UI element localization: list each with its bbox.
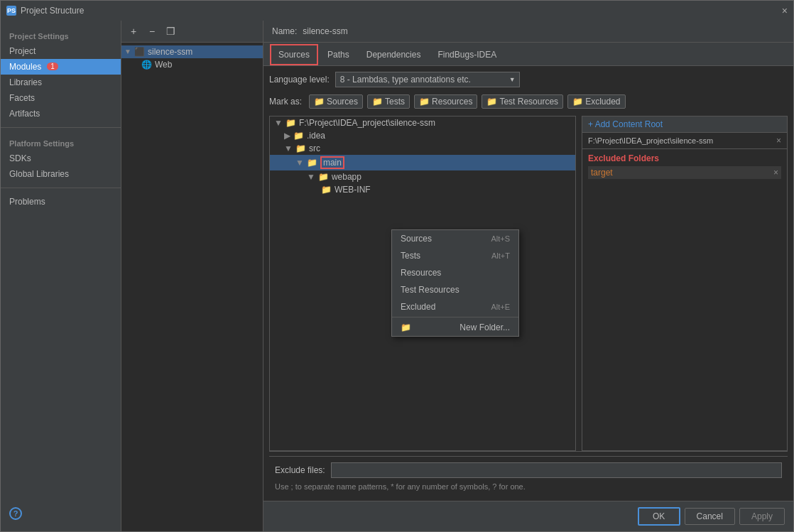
sidebar-item-label: Modules xyxy=(9,62,41,72)
tree-expand-src: ▼ xyxy=(284,143,293,153)
mark-resources-label: Resources xyxy=(432,97,472,107)
resources-folder-icon: 📁 xyxy=(419,97,430,107)
remove-module-button[interactable]: − xyxy=(144,23,160,39)
apply-button[interactable]: Apply xyxy=(739,508,785,525)
path-row: F:\Project\IDEA_project\silence-ssm × xyxy=(582,133,787,149)
right-panel-header: + Add Content Root xyxy=(582,116,787,133)
tab-sources[interactable]: Sources xyxy=(270,44,318,65)
sidebar-item-problems[interactable]: Problems xyxy=(1,194,121,210)
dialog-body: Project Settings Project Modules 1 Libra… xyxy=(1,21,793,531)
webapp-folder-icon: 📁 xyxy=(318,172,329,182)
context-resources-label: Resources xyxy=(401,268,441,278)
add-module-button[interactable]: + xyxy=(126,23,141,39)
tree-expand-main: ▼ xyxy=(295,158,304,168)
language-level-select[interactable]: 8 - Lambdas, type annotations etc. 7 - D… xyxy=(335,72,520,87)
sidebar-item-label: Artifacts xyxy=(9,109,40,119)
module-tree-silence-ssm[interactable]: ▼ ⬛ silence-ssm xyxy=(121,45,263,58)
modules-badge: 1 xyxy=(47,63,58,70)
name-label: Name: xyxy=(272,26,297,36)
mark-test-resources-button[interactable]: 📁 Test Resources xyxy=(482,94,563,109)
sidebar-item-modules[interactable]: Modules 1 xyxy=(1,59,121,75)
sidebar-item-project[interactable]: Project xyxy=(1,43,121,59)
context-test-resources-label: Test Resources xyxy=(401,285,459,295)
module-panel: + − ❒ ▼ ⬛ silence-ssm 🌐 Web xyxy=(121,21,263,531)
exclude-files-hint: Use ; to separate name patterns, * for a… xyxy=(269,481,788,495)
dialog: PS Project Structure × Project Settings … xyxy=(0,0,794,532)
context-new-folder-label: New Folder... xyxy=(459,322,510,332)
module-web-label: Web xyxy=(155,60,172,70)
tab-content: Language level: 8 - Lambdas, type annota… xyxy=(263,66,793,501)
tree-expand-root: ▼ xyxy=(274,118,283,128)
mark-sources-button[interactable]: 📁 Sources xyxy=(309,94,363,109)
close-root-button[interactable]: × xyxy=(776,136,781,146)
sidebar-item-label: Project xyxy=(9,46,36,56)
language-level-label: Language level: xyxy=(269,75,330,85)
exclude-files-input[interactable] xyxy=(331,462,782,478)
context-menu-tests[interactable]: Tests Alt+T xyxy=(392,247,518,264)
root-path: F:\Project\IDEA_project\silence-ssm xyxy=(299,118,435,128)
excluded-section: Excluded Folders target × xyxy=(582,149,787,183)
sidebar-item-global-libraries[interactable]: Global Libraries xyxy=(1,166,121,182)
sources-folder-icon: 📁 xyxy=(314,97,325,107)
file-tree-idea[interactable]: ▶ 📁 .idea xyxy=(270,129,575,142)
copy-module-button[interactable]: ❒ xyxy=(163,23,178,39)
tree-expand-idea: ▶ xyxy=(284,131,290,141)
webinf-folder-icon: 📁 xyxy=(321,185,332,195)
cancel-button[interactable]: Cancel xyxy=(685,508,735,525)
sidebar-item-artifacts[interactable]: Artifacts xyxy=(1,106,121,121)
root-path-text: F:\Project\IDEA_project\silence-ssm xyxy=(588,136,713,145)
ok-button[interactable]: OK xyxy=(638,507,680,526)
mark-as-label: Mark as: xyxy=(269,97,302,107)
src-label: src xyxy=(309,143,320,153)
sidebar-item-label: Facets xyxy=(9,93,35,103)
exclude-files-section: Exclude files: Use ; to separate name pa… xyxy=(269,451,788,495)
tab-findbugs[interactable]: FindBugs-IDEA xyxy=(430,45,504,65)
sidebar-item-label: SDKs xyxy=(9,153,31,163)
module-toolbar: + − ❒ xyxy=(121,21,263,43)
file-tree-root[interactable]: ▼ 📁 F:\Project\IDEA_project\silence-ssm xyxy=(270,116,575,129)
close-icon[interactable]: × xyxy=(782,5,788,16)
context-menu-excluded[interactable]: Excluded Alt+E xyxy=(392,298,518,315)
context-menu-sources[interactable]: Sources Alt+S xyxy=(392,230,518,247)
mark-resources-button[interactable]: 📁 Resources xyxy=(414,94,477,109)
context-excluded-label: Excluded xyxy=(401,302,435,312)
file-tree-main[interactable]: ▼ 📁 main xyxy=(270,155,575,170)
main-label: main xyxy=(320,156,344,169)
main-folder-icon: 📁 xyxy=(307,158,317,168)
language-level-row: Language level: 8 - Lambdas, type annota… xyxy=(269,72,788,87)
mark-excluded-label: Excluded xyxy=(585,97,620,107)
context-tests-shortcut: Alt+T xyxy=(491,251,510,260)
idea-folder-icon: 📁 xyxy=(293,131,304,141)
mark-tests-button[interactable]: 📁 Tests xyxy=(367,94,410,109)
sidebar-item-sdks[interactable]: SDKs xyxy=(1,151,121,166)
app-icon: PS xyxy=(6,6,16,16)
context-menu-new-folder[interactable]: 📁 New Folder... xyxy=(392,319,518,336)
sidebar-item-libraries[interactable]: Libraries xyxy=(1,75,121,90)
tab-dependencies[interactable]: Dependencies xyxy=(359,45,429,65)
title-bar: PS Project Structure × xyxy=(1,1,793,21)
mark-tests-label: Tests xyxy=(385,97,405,107)
file-tree-src[interactable]: ▼ 📁 src xyxy=(270,142,575,155)
project-settings-label: Project Settings xyxy=(1,26,121,43)
tests-folder-icon: 📁 xyxy=(372,97,383,107)
title-bar-title: Project Structure xyxy=(21,6,84,16)
tree-toggle: ▼ xyxy=(124,48,134,55)
sidebar-item-facets[interactable]: Facets xyxy=(1,90,121,106)
sidebar-item-label: Global Libraries xyxy=(9,169,69,179)
file-tree-webapp[interactable]: ▼ 📁 webapp xyxy=(270,170,575,183)
context-menu-resources[interactable]: Resources xyxy=(392,264,518,281)
help-icon[interactable]: ? xyxy=(9,507,22,520)
context-sources-shortcut: Alt+S xyxy=(491,234,510,243)
mark-excluded-button[interactable]: 📁 Excluded xyxy=(567,94,625,109)
module-tree-web[interactable]: 🌐 Web xyxy=(121,58,263,71)
context-menu: Sources Alt+S Tests Alt+T Resources Test… xyxy=(391,229,519,337)
add-content-root-button[interactable]: + Add Content Root xyxy=(588,119,663,129)
context-excluded-shortcut: Alt+E xyxy=(491,303,510,311)
remove-excluded-button[interactable]: × xyxy=(773,168,778,178)
exclude-files-label: Exclude files: xyxy=(275,465,325,475)
context-sources-label: Sources xyxy=(401,234,432,244)
sidebar: Project Settings Project Modules 1 Libra… xyxy=(1,21,121,531)
file-tree-webinf[interactable]: 📁 WEB-INF xyxy=(270,183,575,196)
context-menu-test-resources[interactable]: Test Resources xyxy=(392,281,518,298)
tab-paths[interactable]: Paths xyxy=(320,45,357,65)
